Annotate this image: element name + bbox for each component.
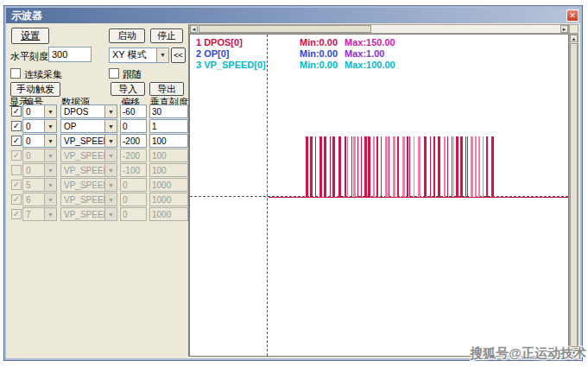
row-source-select[interactable]: VP_SPEED ▼ <box>60 193 117 206</box>
plot-hscrollbar[interactable]: ◄ ► <box>189 24 569 34</box>
row-axis-select[interactable]: 6 ▼ <box>22 193 57 206</box>
hscroll-thumb[interactable] <box>199 25 371 33</box>
vscroll-thumb[interactable] <box>570 43 578 347</box>
row-axis-value: 0 <box>23 164 44 176</box>
table-row: ✓ 6 ▼ VP_SPEED ▼ <box>6 193 189 207</box>
legend-entry: 3 VP_SPEED[0] Min:0.00 Max:100.00 <box>196 60 455 70</box>
table-row: ✓ 0 ▼ VP_SPEED ▼ <box>6 149 189 163</box>
row-scale-input[interactable] <box>149 163 188 177</box>
plot-vscrollbar[interactable]: ▲ ▼ <box>569 34 579 357</box>
row-axis-value: 7 <box>23 208 44 220</box>
table-row: ✓ 0 ▼ DPOS ▼ <box>6 104 189 119</box>
row-source-select[interactable]: OP ▼ <box>60 119 117 133</box>
row-source-select[interactable]: VP_SPEED ▼ <box>60 178 117 192</box>
row-source-value: VP_SPEED <box>61 208 104 220</box>
vertical-cursor-line <box>267 35 268 356</box>
table-row: ✓ 7 ▼ VP_SPEED ▼ <box>6 207 189 222</box>
row-source-value: VP_SPEED <box>61 193 104 206</box>
chevron-down-icon: ▼ <box>44 164 56 176</box>
h-scale-label: 水平刻度: <box>10 50 51 63</box>
table-row: ✓ 0 ▼ VP_SPEED ▼ <box>6 134 189 149</box>
row-display-checkbox[interactable]: ✓ <box>11 106 22 117</box>
row-offset-input[interactable] <box>120 104 147 118</box>
row-display-checkbox[interactable]: ✓ <box>11 136 22 146</box>
row-axis-select[interactable]: 0 ▼ <box>22 134 57 148</box>
chevron-down-icon: ▼ <box>44 135 56 147</box>
settings-button[interactable]: 设置 <box>11 28 49 44</box>
row-source-select[interactable]: VP_SPEED ▼ <box>60 149 117 162</box>
row-scale-input[interactable] <box>149 149 188 162</box>
row-offset-input[interactable] <box>120 134 147 148</box>
row-axis-select[interactable]: 0 ▼ <box>22 104 57 118</box>
row-source-value: DPOS <box>61 105 104 117</box>
legend-min: Min:0.00 <box>300 60 338 70</box>
row-display-checkbox[interactable] <box>11 165 22 175</box>
continuous-label: 连续采集 <box>24 68 62 81</box>
chevron-down-icon: ▼ <box>104 149 117 161</box>
row-offset-input[interactable] <box>120 207 147 221</box>
row-display-checkbox[interactable]: ✓ <box>11 121 22 131</box>
row-display-checkbox[interactable]: ✓ <box>11 150 22 161</box>
chevron-down-icon: ▼ <box>104 135 117 147</box>
legend-min: Min:0.00 <box>300 37 338 47</box>
scroll-left-icon[interactable]: ◄ <box>190 25 198 33</box>
chevron-down-icon: ▼ <box>44 149 56 161</box>
chevron-down-icon: ▼ <box>104 164 117 176</box>
row-axis-select[interactable]: 5 ▼ <box>22 178 57 192</box>
table-row: ✓ 5 ▼ VP_SPEED ▼ <box>6 178 189 193</box>
chevron-down-icon: ▼ <box>44 120 56 132</box>
row-source-select[interactable]: VP_SPEED ▼ <box>60 163 117 177</box>
mode-select[interactable]: XY 模式 ▼ <box>109 47 169 63</box>
row-scale-input[interactable] <box>149 178 188 192</box>
trace-baseline <box>269 197 568 198</box>
scroll-right-icon[interactable]: ► <box>560 25 568 33</box>
chevron-down-icon: ▼ <box>156 48 168 62</box>
row-axis-value: 0 <box>23 120 44 132</box>
row-offset-input[interactable] <box>120 119 147 133</box>
row-source-value: VP_SPEED <box>61 164 104 176</box>
legend-max: Max:150.00 <box>345 37 395 47</box>
chevron-down-icon: ▼ <box>104 179 117 191</box>
row-offset-input[interactable] <box>120 149 147 162</box>
export-button[interactable]: 导出 <box>149 82 184 96</box>
collapse-button[interactable]: << <box>171 47 186 63</box>
row-scale-input[interactable] <box>149 134 188 148</box>
row-source-select[interactable]: VP_SPEED ▼ <box>60 207 117 221</box>
row-scale-input[interactable] <box>149 104 188 118</box>
legend-label: 1 DPOS[0] <box>196 37 243 47</box>
stop-button[interactable]: 停止 <box>150 28 183 43</box>
row-offset-input[interactable] <box>120 178 147 192</box>
continuous-checkbox[interactable] <box>10 68 21 79</box>
row-source-select[interactable]: VP_SPEED ▼ <box>60 134 117 148</box>
row-display-checkbox[interactable]: ✓ <box>11 180 22 190</box>
start-button[interactable]: 启动 <box>109 28 145 43</box>
chevron-down-icon: ▼ <box>104 208 117 220</box>
row-scale-input[interactable] <box>149 193 188 206</box>
row-offset-input[interactable] <box>120 193 147 206</box>
row-scale-input[interactable] <box>149 119 188 133</box>
row-axis-select[interactable]: 0 ▼ <box>22 149 57 162</box>
row-axis-select[interactable]: 0 ▼ <box>22 119 57 133</box>
chevron-down-icon: ▼ <box>104 193 117 206</box>
row-source-select[interactable]: DPOS ▼ <box>60 104 117 118</box>
chevron-down-icon: ▼ <box>104 105 117 117</box>
table-row: 0 ▼ VP_SPEED ▼ <box>6 163 189 178</box>
row-scale-input[interactable] <box>149 207 188 221</box>
row-display-checkbox[interactable]: ✓ <box>11 209 22 219</box>
table-row: ✓ 0 ▼ OP ▼ <box>6 119 189 134</box>
scroll-up-icon[interactable]: ▲ <box>570 35 578 42</box>
row-display-checkbox[interactable]: ✓ <box>11 194 22 205</box>
row-offset-input[interactable] <box>120 163 147 177</box>
row-source-value: VP_SPEED <box>61 149 104 161</box>
close-icon[interactable]: ✕ <box>566 9 579 22</box>
legend-max: Max:1.00 <box>345 48 384 59</box>
import-button[interactable]: 导入 <box>111 82 145 96</box>
manual-trigger-button[interactable]: 手动触发 <box>10 82 60 97</box>
title-bar[interactable]: 示波器 ✕ <box>6 8 580 23</box>
row-axis-select[interactable]: 7 ▼ <box>22 207 57 221</box>
row-axis-select[interactable]: 0 ▼ <box>22 163 57 177</box>
legend-entry: 1 DPOS[0] Min:0.00 Max:150.00 <box>196 37 455 47</box>
h-scale-input[interactable] <box>48 47 92 62</box>
follow-checkbox[interactable] <box>109 68 119 79</box>
client-area: 设置 启动 停止 水平刻度: XY 模式 ▼ << 连续采集 跟随 手动触发 导… <box>6 23 580 358</box>
